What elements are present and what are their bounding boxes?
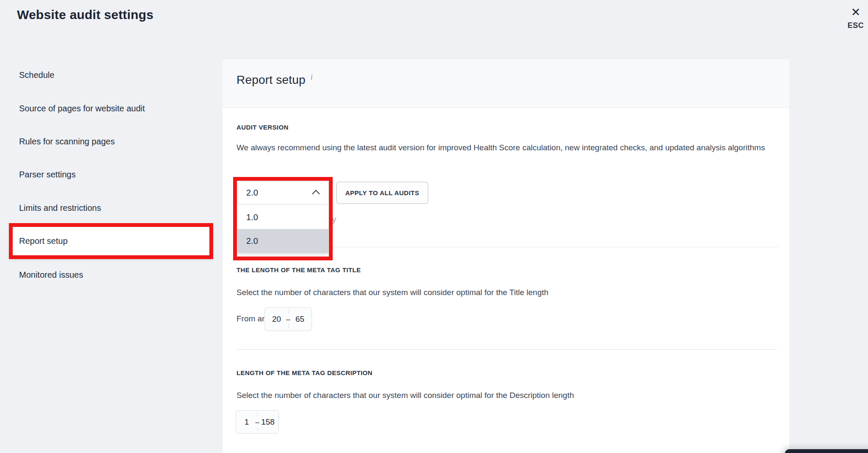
occluded-text-fragment: y [332,214,337,224]
sidebar-item-schedule[interactable]: Schedule [19,69,54,81]
meta-description-label: LENGTH OF THE META TAG DESCRIPTION [236,369,373,376]
sidebar-item-report-setup-annotated[interactable]: Report setup [9,223,213,259]
audit-version-select[interactable]: 2.0 [237,181,328,204]
page-title: Website audit settings [17,8,153,22]
sidebar-item-limits-restrictions[interactable]: Limits and restrictions [19,202,101,214]
description-length-range-input[interactable]: 1 158 – [236,410,279,434]
close-button[interactable]: ✕ ESC [843,5,868,30]
sidebar-item-parser-settings[interactable]: Parser settings [19,168,75,181]
option-1-0[interactable]: 1.0 [237,205,328,229]
title-length-to-input[interactable]: 65 [288,308,312,331]
option-2-0[interactable]: 2.0 [237,229,328,253]
description-length-to-input[interactable]: 158 [257,411,278,433]
chat-widget-button[interactable] [785,449,868,453]
range-dash: – [285,314,291,325]
panel-title: Report setupi [236,73,313,87]
meta-title-label: THE LENGTH OF THE META TAG TITLE [236,266,361,273]
esc-label: ESC [848,21,864,30]
range-dash: – [254,417,260,427]
report-setup-panel: Report setupi AUDIT VERSION We always re… [223,59,789,453]
audit-version-select-value: 2.0 [246,188,258,198]
sidebar-item-monitored-issues[interactable]: Monitored issues [19,268,83,281]
info-icon[interactable]: i [311,73,313,81]
chevron-up-icon [312,190,320,197]
panel-header: Report setupi [223,59,789,108]
meta-title-description: Select the number of characters that our… [236,286,785,299]
sidebar-item-source-of-pages[interactable]: Source of pages for website audit [19,102,145,115]
title-length-from-input[interactable]: 20 [265,308,288,331]
sidebar-item-rules-for-scanning[interactable]: Rules for scanning pages [19,135,115,148]
section-divider [236,349,778,350]
apply-to-all-audits-button[interactable]: APPLY TO ALL AUDITS [336,182,428,204]
sidebar-item-report-setup-label: Report setup [13,236,68,246]
close-icon[interactable]: ✕ [851,5,861,19]
title-length-range-input[interactable]: 20 65 – [264,307,312,331]
meta-description-description: Select the number of characters that our… [236,389,785,402]
audit-version-description: We always recommend using the latest aud… [236,141,785,155]
audit-version-label: AUDIT VERSION [236,124,289,131]
audit-version-options: 1.0 2.0 [237,205,328,253]
